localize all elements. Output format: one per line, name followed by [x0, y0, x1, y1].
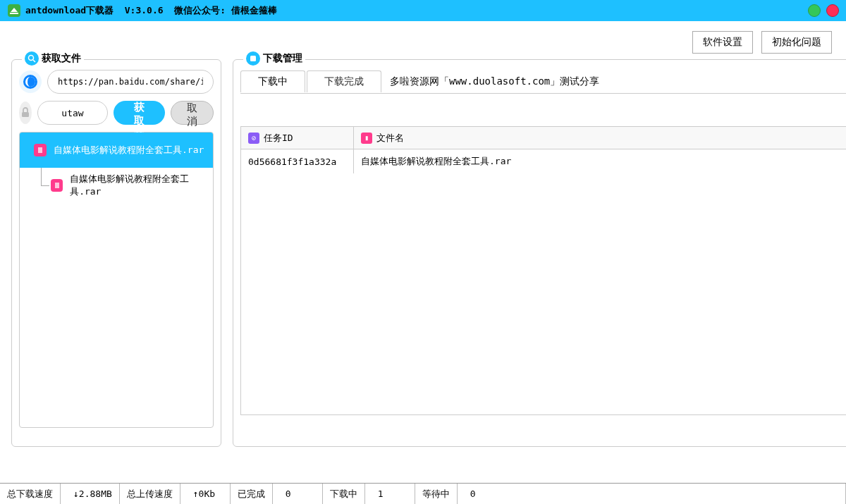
- minimize-dot[interactable]: [808, 4, 821, 17]
- download-manager-icon: [246, 51, 260, 66]
- app-icon: [7, 4, 21, 18]
- svg-rect-9: [55, 183, 59, 188]
- cell-filename: 自媒体电影解说教程附全套工具.rar: [354, 149, 846, 173]
- svg-point-2: [29, 56, 34, 61]
- task-id-icon: ⊘: [248, 133, 259, 144]
- top-toolbar: 软件设置 初始化问题: [0, 21, 846, 54]
- tab-side-text: 多啦资源网「www.duolasoft.com」测试分享: [383, 75, 599, 88]
- settings-button[interactable]: 软件设置: [692, 31, 753, 54]
- svg-rect-6: [22, 112, 29, 117]
- cell-task-id: 0d56681f3f1a332a: [241, 149, 354, 173]
- tree-item[interactable]: 自媒体电影解说教程附全套工具.rar: [20, 168, 213, 203]
- url-input[interactable]: [47, 70, 214, 94]
- close-dot[interactable]: [826, 4, 839, 17]
- status-waiting-label: 等待中: [422, 488, 450, 500]
- archive-icon: [51, 179, 63, 192]
- cancel-fetch-button[interactable]: 取消: [171, 101, 214, 125]
- table-row[interactable]: 0d56681f3f1a332a 自媒体电影解说教程附全套工具.rar 85.8…: [241, 149, 846, 173]
- status-ul-speed: ↑0Kb: [188, 488, 223, 499]
- svg-rect-10: [250, 56, 256, 61]
- bulk-actions: 全部开始 全部暂停 全部取消: [240, 94, 846, 126]
- status-downloading: 1: [372, 488, 407, 499]
- file-tree: 自媒体电影解说教程附全套工具.rar 自媒体电影解说教程附全套工具.rar: [19, 132, 214, 428]
- filename-icon: ▮: [361, 133, 372, 144]
- tabs: 下载中 下载完成 多啦资源网「www.duolasoft.com」测试分享: [240, 70, 846, 94]
- tree-item[interactable]: 自媒体电影解说教程附全套工具.rar: [20, 133, 213, 168]
- tree-item-label: 自媒体电影解说教程附全套工具.rar: [70, 173, 213, 198]
- download-table: ⊘任务ID ▮文件名 ⌂文件大小 ✓下载进度 0d56681f3f1a332a …: [240, 126, 846, 415]
- svg-rect-8: [38, 147, 42, 153]
- titlebar: antdownload下载器 V:3.0.6 微信公众号: 借根金箍棒: [0, 0, 846, 21]
- status-ul-speed-label: 总上传速度: [127, 488, 173, 500]
- table-header: ⊘任务ID ▮文件名 ⌂文件大小 ✓下载进度: [241, 127, 846, 149]
- status-downloading-label: 下载中: [330, 488, 357, 500]
- svg-rect-1: [10, 13, 18, 14]
- fetch-panel-title: 获取文件: [22, 51, 84, 66]
- fetch-button[interactable]: 获取文件: [114, 101, 165, 125]
- status-dl-speed-label: 总下载速度: [7, 488, 53, 500]
- fetch-panel: 获取文件 获取文件 取消 自媒体电影解说教程附全套工具.rar 自媒体电影解说教: [11, 59, 221, 447]
- status-completed: 0: [280, 488, 315, 499]
- globe-icon: [19, 70, 42, 93]
- archive-icon: [34, 144, 47, 156]
- tab-downloading[interactable]: 下载中: [240, 70, 305, 92]
- tab-completed[interactable]: 下载完成: [307, 70, 381, 92]
- svg-line-3: [33, 60, 35, 62]
- tree-item-label: 自媒体电影解说教程附全套工具.rar: [54, 144, 204, 156]
- status-completed-label: 已完成: [238, 488, 265, 500]
- download-panel: 下载管理 下载中 下载完成 多啦资源网「www.duolasoft.com」测试…: [233, 59, 846, 447]
- status-dl-speed: ↓2.88MB: [68, 488, 112, 499]
- app-title: antdownload下载器 V:3.0.6 微信公众号: 借根金箍棒: [25, 4, 277, 17]
- download-panel-title: 下载管理: [243, 51, 305, 66]
- access-code-input[interactable]: [37, 101, 108, 125]
- init-help-button[interactable]: 初始化问题: [761, 31, 832, 54]
- search-icon: [25, 51, 39, 66]
- horizontal-scrollbar[interactable]: [241, 403, 846, 414]
- lock-icon: [19, 102, 32, 124]
- statusbar: 总下载速度 ↓2.88MB 总上传速度 ↑0Kb 已完成 0 下载中 1 等待中…: [0, 483, 846, 504]
- status-waiting: 0: [465, 488, 500, 499]
